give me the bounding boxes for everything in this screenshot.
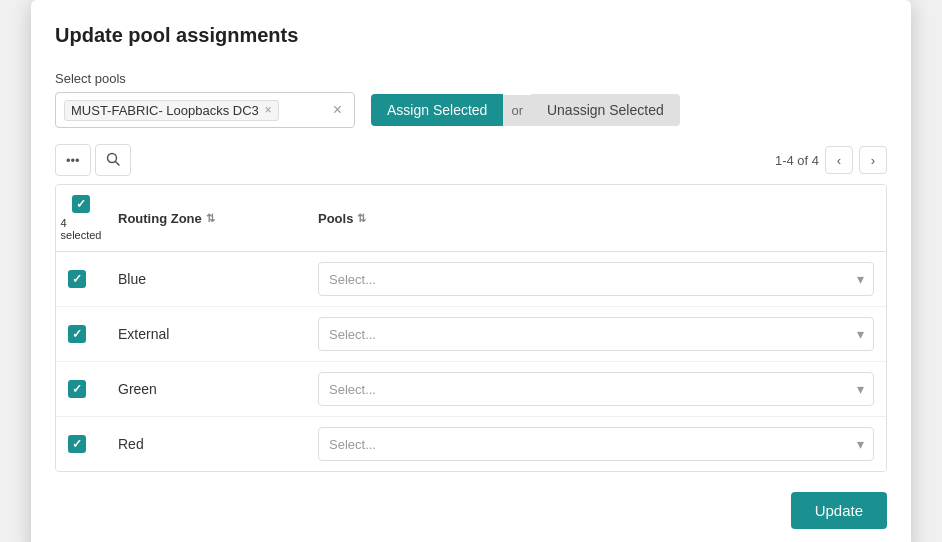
pools-sort-icon[interactable]: ⇅ [357, 212, 366, 225]
assign-selected-button[interactable]: Assign Selected [371, 94, 503, 126]
row-checkbox-cell-3 [56, 362, 106, 416]
row-checkbox-1[interactable] [68, 270, 86, 288]
more-options-button[interactable]: ••• [55, 144, 91, 176]
pool-tag: MUST-FABRIC- Loopbacks DC3 × [64, 100, 279, 121]
pool-cell-3: Select... [306, 362, 886, 416]
pools-label-header: Pools [318, 211, 353, 226]
pool-cell-4: Select... [306, 417, 886, 471]
pagination-text: 1-4 of 4 [775, 153, 819, 168]
action-buttons: Assign Selected or Unassign Selected [371, 94, 680, 126]
pool-input-wrapper[interactable]: MUST-FABRIC- Loopbacks DC3 × × [55, 92, 355, 128]
top-row: MUST-FABRIC- Loopbacks DC3 × × Assign Se… [55, 92, 887, 128]
next-page-button[interactable]: › [859, 146, 887, 174]
toolbar-right: 1-4 of 4 ‹ › [775, 146, 887, 174]
pool-select-1[interactable]: Select... [318, 262, 874, 296]
pool-tag-remove[interactable]: × [265, 103, 272, 117]
table-row: Green Select... [56, 362, 886, 417]
pools-label: Select pools [55, 71, 887, 86]
routing-zone-sort-icon[interactable]: ⇅ [206, 212, 215, 225]
zone-name-1: Blue [118, 271, 146, 287]
zone-name-3: Green [118, 381, 157, 397]
modal-title: Update pool assignments [55, 24, 887, 47]
zone-name-4: Red [118, 436, 144, 452]
pool-select-wrapper-1: Select... [318, 262, 874, 296]
pool-select-wrapper-3: Select... [318, 372, 874, 406]
pool-clear-icon[interactable]: × [329, 101, 346, 119]
or-label: or [503, 95, 531, 126]
assignments-table: 4 selected Routing Zone ⇅ Pools ⇅ Blue [55, 184, 887, 472]
zone-name-2: External [118, 326, 169, 342]
pool-cell-1: Select... [306, 252, 886, 306]
toolbar-left: ••• [55, 144, 131, 176]
row-checkbox-cell-2 [56, 307, 106, 361]
pools-header: Pools ⇅ [306, 185, 886, 251]
prev-page-button[interactable]: ‹ [825, 146, 853, 174]
pool-select-3[interactable]: Select... [318, 372, 874, 406]
zone-cell-1: Blue [106, 252, 306, 306]
svg-line-1 [115, 161, 119, 165]
pool-select-wrapper-4: Select... [318, 427, 874, 461]
update-pool-modal: Update pool assignments Select pools MUS… [31, 0, 911, 542]
chevron-left-icon: ‹ [837, 153, 841, 168]
routing-zone-header: Routing Zone ⇅ [106, 185, 306, 251]
zone-cell-4: Red [106, 417, 306, 471]
header-checkbox-area: 4 selected [56, 185, 106, 251]
pool-cell-2: Select... [306, 307, 886, 361]
routing-zone-label: Routing Zone [118, 211, 202, 226]
search-icon [106, 152, 120, 169]
chevron-right-icon: › [871, 153, 875, 168]
zone-cell-2: External [106, 307, 306, 361]
unassign-selected-button[interactable]: Unassign Selected [531, 94, 680, 126]
row-checkbox-cell-4 [56, 417, 106, 471]
table-row: Blue Select... [56, 252, 886, 307]
search-button[interactable] [95, 144, 131, 176]
row-checkbox-4[interactable] [68, 435, 86, 453]
table-toolbar: ••• 1-4 of 4 ‹ › [55, 144, 887, 176]
select-all-checkbox[interactable] [72, 195, 90, 213]
update-button[interactable]: Update [791, 492, 887, 529]
table-header: 4 selected Routing Zone ⇅ Pools ⇅ [56, 185, 886, 252]
row-checkbox-cell-1 [56, 252, 106, 306]
selected-count: 4 selected [61, 217, 102, 241]
pool-selection-section: Select pools MUST-FABRIC- Loopbacks DC3 … [55, 71, 887, 128]
pool-select-2[interactable]: Select... [318, 317, 874, 351]
pool-tag-text: MUST-FABRIC- Loopbacks DC3 [71, 103, 259, 118]
row-checkbox-2[interactable] [68, 325, 86, 343]
zone-cell-3: Green [106, 362, 306, 416]
modal-footer: Update [55, 492, 887, 529]
table-row: Red Select... [56, 417, 886, 471]
pool-select-4[interactable]: Select... [318, 427, 874, 461]
pool-select-wrapper-2: Select... [318, 317, 874, 351]
row-checkbox-3[interactable] [68, 380, 86, 398]
table-row: External Select... [56, 307, 886, 362]
more-options-icon: ••• [66, 153, 80, 168]
